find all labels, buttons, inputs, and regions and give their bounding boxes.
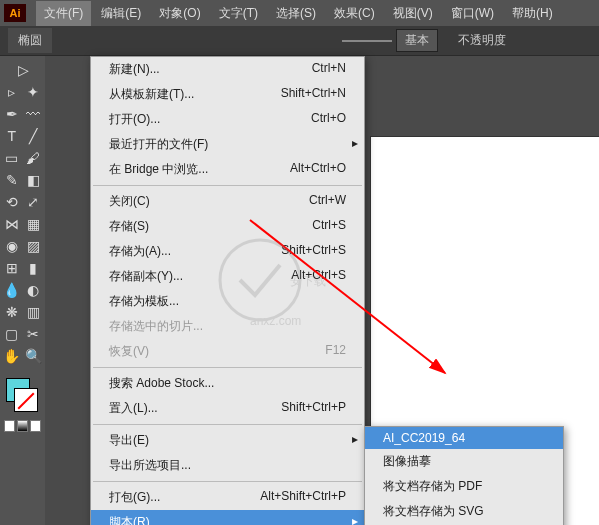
artboard-tool[interactable]: ▢ bbox=[2, 324, 22, 344]
file-menu-item-0[interactable]: 新建(N)...Ctrl+N bbox=[91, 57, 364, 82]
file-menu-label: 存储(S) bbox=[109, 218, 149, 235]
slice-tool[interactable]: ✂ bbox=[24, 324, 44, 344]
main-menu: 文件(F)编辑(E)对象(O)文字(T)选择(S)效果(C)视图(V)窗口(W)… bbox=[36, 1, 561, 26]
type-tool[interactable]: T bbox=[2, 126, 22, 146]
file-menu-separator bbox=[93, 424, 362, 425]
magic-wand-tool[interactable]: ✦ bbox=[24, 82, 44, 102]
file-menu-label: 存储副本(Y)... bbox=[109, 268, 183, 285]
no-stroke-indicator bbox=[18, 393, 35, 410]
file-menu-item-20[interactable]: 打包(G)...Alt+Shift+Ctrl+P bbox=[91, 485, 364, 510]
file-menu-label: 最近打开的文件(F) bbox=[109, 136, 208, 153]
selection-tool[interactable]: ▷ bbox=[2, 60, 44, 80]
color-mode-none[interactable] bbox=[30, 420, 41, 432]
zoom-tool[interactable]: 🔍 bbox=[24, 346, 44, 366]
file-menu-separator bbox=[93, 367, 362, 368]
file-menu-shortcut: Shift+Ctrl+S bbox=[281, 243, 346, 260]
file-menu-item-15[interactable]: 置入(L)...Shift+Ctrl+P bbox=[91, 396, 364, 421]
perspective-tool[interactable]: ▨ bbox=[24, 236, 44, 256]
free-transform-tool[interactable]: ▦ bbox=[24, 214, 44, 234]
file-menu-label: 导出所选项目... bbox=[109, 457, 191, 474]
file-menu-shortcut: Ctrl+N bbox=[312, 61, 346, 78]
menu-8[interactable]: 帮助(H) bbox=[504, 1, 561, 26]
scripts-menu-label: 图像描摹 bbox=[383, 453, 431, 470]
file-menu-label: 存储为模板... bbox=[109, 293, 179, 310]
file-menu-shortcut: Ctrl+O bbox=[311, 111, 346, 128]
file-menu-item-10[interactable]: 存储为模板... bbox=[91, 289, 364, 314]
file-menu-item-3[interactable]: 最近打开的文件(F)▸ bbox=[91, 132, 364, 157]
file-menu-label: 恢复(V) bbox=[109, 343, 149, 360]
file-menu-dropdown: 新建(N)...Ctrl+N从模板新建(T)...Shift+Ctrl+N打开(… bbox=[90, 56, 365, 525]
file-menu-item-7[interactable]: 存储(S)Ctrl+S bbox=[91, 214, 364, 239]
file-menu-label: 搜索 Adobe Stock... bbox=[109, 375, 214, 392]
graph-tool[interactable]: ▥ bbox=[24, 302, 44, 322]
main-area: ▷ ▹✦ ✒〰 T╱ ▭🖌 ✎◧ ⟲⤢ ⋈▦ ◉▨ ⊞▮ 💧◐ ❋▥ ▢✂ ✋🔍… bbox=[0, 56, 599, 525]
top-menubar: Ai 文件(F)编辑(E)对象(O)文字(T)选择(S)效果(C)视图(V)窗口… bbox=[0, 0, 599, 26]
scripts-menu-label: 将文档存储为 PDF bbox=[383, 478, 482, 495]
submenu-arrow-icon: ▸ bbox=[352, 432, 358, 446]
rotate-tool[interactable]: ⟲ bbox=[2, 192, 22, 212]
scripts-menu-item-2[interactable]: 将文档存储为 PDF bbox=[365, 474, 563, 499]
scripts-menu-item-3[interactable]: 将文档存储为 SVG bbox=[365, 499, 563, 524]
color-mode-gradient[interactable] bbox=[17, 420, 28, 432]
color-mode-normal[interactable] bbox=[4, 420, 15, 432]
menu-3[interactable]: 文字(T) bbox=[211, 1, 266, 26]
file-menu-item-2[interactable]: 打开(O)...Ctrl+O bbox=[91, 107, 364, 132]
file-menu-item-12: 恢复(V)F12 bbox=[91, 339, 364, 364]
stroke-preview[interactable] bbox=[342, 40, 392, 42]
paintbrush-tool[interactable]: 🖌 bbox=[24, 148, 44, 168]
menu-0[interactable]: 文件(F) bbox=[36, 1, 91, 26]
pen-tool[interactable]: ✒ bbox=[2, 104, 22, 124]
options-bar: 椭圆 基本 不透明度 bbox=[0, 26, 599, 56]
file-menu-item-17[interactable]: 导出(E)▸ bbox=[91, 428, 364, 453]
width-tool[interactable]: ⋈ bbox=[2, 214, 22, 234]
file-menu-item-14[interactable]: 搜索 Adobe Stock... bbox=[91, 371, 364, 396]
document-tab[interactable]: 椭圆 bbox=[8, 28, 52, 53]
direct-selection-tool[interactable]: ▹ bbox=[2, 82, 22, 102]
line-tool[interactable]: ╱ bbox=[24, 126, 44, 146]
menu-1[interactable]: 编辑(E) bbox=[93, 1, 149, 26]
file-menu-item-8[interactable]: 存储为(A)...Shift+Ctrl+S bbox=[91, 239, 364, 264]
file-menu-item-11: 存储选中的切片... bbox=[91, 314, 364, 339]
menu-4[interactable]: 选择(S) bbox=[268, 1, 324, 26]
rectangle-tool[interactable]: ▭ bbox=[2, 148, 22, 168]
file-menu-shortcut: Alt+Ctrl+S bbox=[291, 268, 346, 285]
file-menu-label: 打开(O)... bbox=[109, 111, 160, 128]
file-menu-item-21[interactable]: 脚本(R)▸ bbox=[91, 510, 364, 525]
file-menu-item-1[interactable]: 从模板新建(T)...Shift+Ctrl+N bbox=[91, 82, 364, 107]
file-menu-shortcut: Shift+Ctrl+P bbox=[281, 400, 346, 417]
curvature-tool[interactable]: 〰 bbox=[24, 104, 44, 124]
file-menu-label: 打包(G)... bbox=[109, 489, 160, 506]
file-menu-label: 从模板新建(T)... bbox=[109, 86, 194, 103]
gradient-tool[interactable]: ▮ bbox=[24, 258, 44, 278]
shape-builder-tool[interactable]: ◉ bbox=[2, 236, 22, 256]
menu-5[interactable]: 效果(C) bbox=[326, 1, 383, 26]
file-menu-item-9[interactable]: 存储副本(Y)...Alt+Ctrl+S bbox=[91, 264, 364, 289]
menu-7[interactable]: 窗口(W) bbox=[443, 1, 502, 26]
menu-6[interactable]: 视图(V) bbox=[385, 1, 441, 26]
file-menu-shortcut: Alt+Ctrl+O bbox=[290, 161, 346, 178]
scale-tool[interactable]: ⤢ bbox=[24, 192, 44, 212]
file-menu-label: 脚本(R) bbox=[109, 514, 150, 525]
stroke-style-dropdown[interactable]: 基本 bbox=[396, 29, 438, 52]
submenu-arrow-icon: ▸ bbox=[352, 514, 358, 525]
symbol-sprayer-tool[interactable]: ❋ bbox=[2, 302, 22, 322]
file-menu-label: 存储为(A)... bbox=[109, 243, 171, 260]
scripts-menu-item-0[interactable]: AI_CC2019_64 bbox=[365, 427, 563, 449]
file-menu-label: 存储选中的切片... bbox=[109, 318, 203, 335]
app-logo: Ai bbox=[4, 4, 26, 22]
file-menu-shortcut: Ctrl+S bbox=[312, 218, 346, 235]
scripts-submenu: AI_CC2019_64图像描摹将文档存储为 PDF将文档存储为 SVG将文档导… bbox=[364, 426, 564, 525]
file-menu-item-18[interactable]: 导出所选项目... bbox=[91, 453, 364, 478]
eraser-tool[interactable]: ◧ bbox=[24, 170, 44, 190]
blend-tool[interactable]: ◐ bbox=[24, 280, 44, 300]
scripts-menu-item-1[interactable]: 图像描摹 bbox=[365, 449, 563, 474]
file-menu-separator bbox=[93, 481, 362, 482]
file-menu-item-6[interactable]: 关闭(C)Ctrl+W bbox=[91, 189, 364, 214]
mesh-tool[interactable]: ⊞ bbox=[2, 258, 22, 278]
shaper-tool[interactable]: ✎ bbox=[2, 170, 22, 190]
menu-2[interactable]: 对象(O) bbox=[151, 1, 208, 26]
file-menu-item-4[interactable]: 在 Bridge 中浏览...Alt+Ctrl+O bbox=[91, 157, 364, 182]
stroke-color[interactable] bbox=[14, 388, 38, 412]
hand-tool[interactable]: ✋ bbox=[2, 346, 22, 366]
eyedropper-tool[interactable]: 💧 bbox=[2, 280, 22, 300]
